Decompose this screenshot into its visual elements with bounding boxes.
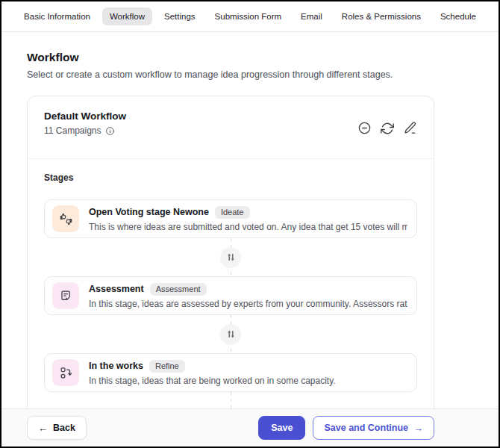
back-button-label: Back xyxy=(53,423,75,433)
remove-workflow-button[interactable] xyxy=(357,121,372,135)
clipboard-check-icon xyxy=(52,282,79,309)
connector-dashed-line xyxy=(231,392,231,408)
reorder-stages-button[interactable] xyxy=(220,324,241,345)
stage-type-badge: Ideate xyxy=(215,206,250,219)
stage-type-badge: Assessment xyxy=(150,283,207,296)
tab-email[interactable]: Email xyxy=(293,7,330,25)
workflow-page: Workflow Select or create a custom workf… xyxy=(1,32,499,408)
stages-section: Stages xyxy=(28,159,434,408)
save-continue-label: Save and Continue xyxy=(324,423,408,433)
action-footer: ← Back Save Save and Continue → xyxy=(1,408,499,447)
change-workflow-button[interactable] xyxy=(381,122,394,135)
stage-connector xyxy=(44,238,417,276)
campaign-count: 11 Campaigns xyxy=(44,125,101,136)
workflow-actions xyxy=(357,111,417,135)
reorder-stages-button[interactable] xyxy=(220,247,241,268)
workflow-card-info: Default Workflow 11 Campaigns xyxy=(44,111,126,136)
stage-description: This is where ideas are submitted and vo… xyxy=(89,222,407,232)
tab-roles-permissions[interactable]: Roles & Permissions xyxy=(334,7,428,25)
stage-title: Open Voting stage Newone xyxy=(89,207,209,217)
settings-tabbar: Basic Information Workflow Settings Subm… xyxy=(1,1,499,32)
stage-title: Assessment xyxy=(89,284,144,294)
stage-card-open-voting[interactable]: Open Voting stage Newone Ideate This is … xyxy=(44,199,417,238)
save-button-label: Save xyxy=(271,423,293,433)
arrow-left-icon: ← xyxy=(38,423,48,433)
swap-arrows-icon xyxy=(225,329,237,340)
footer-right-actions: Save Save and Continue → xyxy=(258,416,434,440)
tab-workflow[interactable]: Workflow xyxy=(102,7,152,25)
tab-submission-form[interactable]: Submission Form xyxy=(207,7,289,25)
swap-arrows-icon xyxy=(225,252,237,263)
pencil-icon xyxy=(403,121,417,135)
refresh-icon xyxy=(381,122,394,135)
default-workflow-card: Default Workflow 11 Campaigns xyxy=(27,96,434,408)
stages-label: Stages xyxy=(44,172,417,183)
stage-title: In the works xyxy=(89,361,143,371)
tab-schedule[interactable]: Schedule xyxy=(433,7,484,25)
arrow-right-icon: → xyxy=(413,423,423,433)
edit-workflow-button[interactable] xyxy=(403,121,417,135)
stage-text: Assessment Assessment In this stage, ide… xyxy=(89,283,407,309)
stage-type-badge: Refine xyxy=(149,360,185,373)
page-title: Workflow xyxy=(27,51,434,64)
stage-connector-tail xyxy=(44,392,417,408)
save-button[interactable]: Save xyxy=(258,416,305,440)
info-icon[interactable] xyxy=(105,126,115,136)
app-window: Basic Information Workflow Settings Subm… xyxy=(0,0,500,448)
tab-settings[interactable]: Settings xyxy=(157,7,203,25)
stage-description: In this stage, ideas that are being work… xyxy=(89,376,336,386)
stage-card-in-the-works[interactable]: In the works Refine In this stage, ideas… xyxy=(44,353,417,392)
stage-description: In this stage, ideas are assessed by exp… xyxy=(89,299,407,309)
stage-card-assessment[interactable]: Assessment Assessment In this stage, ide… xyxy=(44,276,417,315)
workflow-name: Default Workflow xyxy=(44,111,126,122)
stage-connector xyxy=(44,315,417,353)
workflow-card-header: Default Workflow 11 Campaigns xyxy=(28,96,434,158)
back-button[interactable]: ← Back xyxy=(27,416,87,440)
campaign-count-row: 11 Campaigns xyxy=(44,125,126,136)
tab-basic-information[interactable]: Basic Information xyxy=(16,7,98,25)
minus-circle-icon xyxy=(357,121,372,135)
save-and-continue-button[interactable]: Save and Continue → xyxy=(313,416,434,440)
page-subtitle: Select or create a custom workflow to ma… xyxy=(27,69,434,80)
stage-text: In the works Refine In this stage, ideas… xyxy=(89,360,336,386)
workflow-arrow-icon xyxy=(52,359,79,386)
thumbs-vote-icon xyxy=(52,205,79,232)
stage-text: Open Voting stage Newone Ideate This is … xyxy=(89,206,407,232)
